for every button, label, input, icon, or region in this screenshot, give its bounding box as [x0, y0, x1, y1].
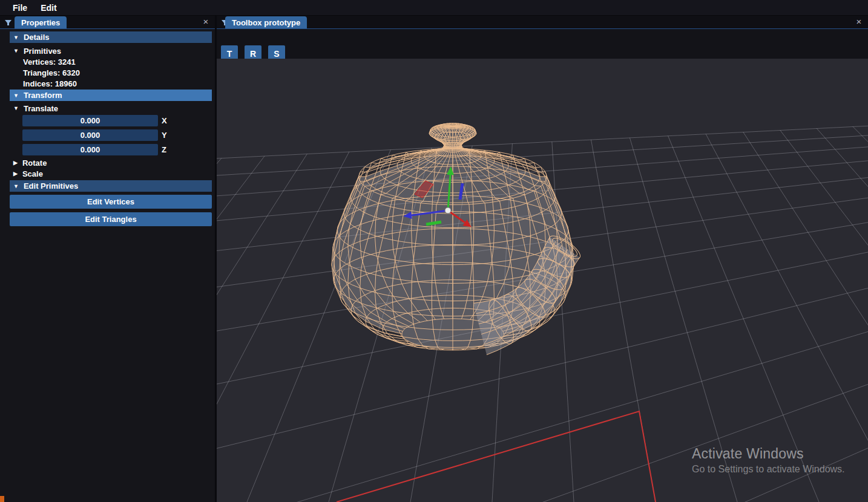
menu-edit[interactable]: Edit: [34, 3, 63, 13]
edit-triangles-button[interactable]: Edit Triangles: [10, 212, 212, 226]
properties-panel: Properties × ▼ Details ▼ Primitives Vert…: [0, 16, 215, 502]
rotate-label: Rotate: [22, 158, 47, 168]
tab-properties-label: Properties: [21, 18, 60, 27]
details-header-label: Details: [24, 33, 50, 42]
edit-vertices-button[interactable]: Edit Vertices: [10, 195, 212, 209]
caret-down-icon: ▼: [13, 34, 19, 40]
red-axis-line: [337, 411, 656, 502]
tab-toolbox-prototype-label: Toolbox prototype: [232, 18, 300, 27]
tab-properties[interactable]: Properties: [15, 16, 67, 28]
translate-x-value: 0.000: [81, 116, 100, 125]
translate-y-value: 0.000: [81, 131, 100, 140]
viewport-pane: Toolbox prototype × T R S Activate Windo…: [217, 16, 868, 502]
scale-label: Scale: [22, 169, 43, 178]
viewport-close-icon[interactable]: ×: [854, 16, 864, 27]
tab-toolbox-prototype[interactable]: Toolbox prototype: [225, 16, 307, 28]
translate-z-value: 0.000: [81, 145, 100, 154]
viewport-tab-strip: Toolbox prototype ×: [217, 16, 868, 29]
indices-stat: Indices: 18960: [23, 78, 77, 89]
translate-y-row: 0.000 Y: [22, 129, 167, 141]
details-header[interactable]: ▼ Details: [10, 31, 212, 43]
activate-windows-subtext: Go to Settings to activate Windows.: [692, 464, 845, 475]
caret-down-icon: ▼: [13, 48, 19, 54]
transform-header-label: Transform: [24, 91, 62, 100]
activate-windows-watermark: Activate Windows: [692, 446, 804, 462]
translate-tree-node[interactable]: ▼ Translate: [10, 103, 212, 114]
translate-z-axis-label: Z: [162, 145, 166, 154]
funnel-icon[interactable]: [4, 19, 12, 27]
primitives-label: Primitives: [24, 47, 61, 56]
primitives-tree-node[interactable]: ▼ Primitives: [10, 45, 212, 56]
translate-label: Translate: [24, 104, 58, 113]
corner-artifact: [0, 496, 4, 502]
scale-tree-node[interactable]: ▶ Scale: [10, 168, 212, 179]
translate-x-row: 0.000 X: [22, 115, 167, 126]
edit-primitives-header-label: Edit Primitives: [24, 181, 78, 191]
caret-right-icon: ▶: [13, 171, 18, 177]
viewport-canvas[interactable]: Activate Windows Go to Settings to activ…: [217, 59, 868, 502]
translate-z-field[interactable]: 0.000: [22, 144, 158, 155]
caret-right-icon: ▶: [13, 160, 18, 166]
menu-file[interactable]: File: [6, 3, 34, 13]
vertices-stat: Vertices: 3241: [23, 56, 76, 67]
caret-down-icon: ▼: [13, 92, 19, 98]
translate-x-axis-label: X: [162, 116, 167, 125]
translate-y-field[interactable]: 0.000: [22, 129, 158, 141]
properties-tab-strip: Properties ×: [0, 16, 215, 29]
viewport-toolbar: T R S: [217, 29, 868, 59]
triangles-stat: Triangles: 6320: [23, 67, 80, 78]
scene-svg[interactable]: [217, 59, 868, 502]
menu-bar: File Edit: [0, 0, 868, 16]
properties-close-icon[interactable]: ×: [201, 16, 211, 27]
translate-z-row: 0.000 Z: [22, 144, 166, 155]
rotate-tree-node[interactable]: ▶ Rotate: [10, 157, 212, 168]
translate-y-axis-label: Y: [162, 131, 167, 140]
edit-primitives-header[interactable]: ▼ Edit Primitives: [10, 180, 212, 192]
transform-header[interactable]: ▼ Transform: [10, 90, 212, 101]
caret-down-icon: ▼: [13, 105, 19, 111]
caret-down-icon: ▼: [13, 183, 19, 189]
translate-x-field[interactable]: 0.000: [22, 115, 158, 126]
